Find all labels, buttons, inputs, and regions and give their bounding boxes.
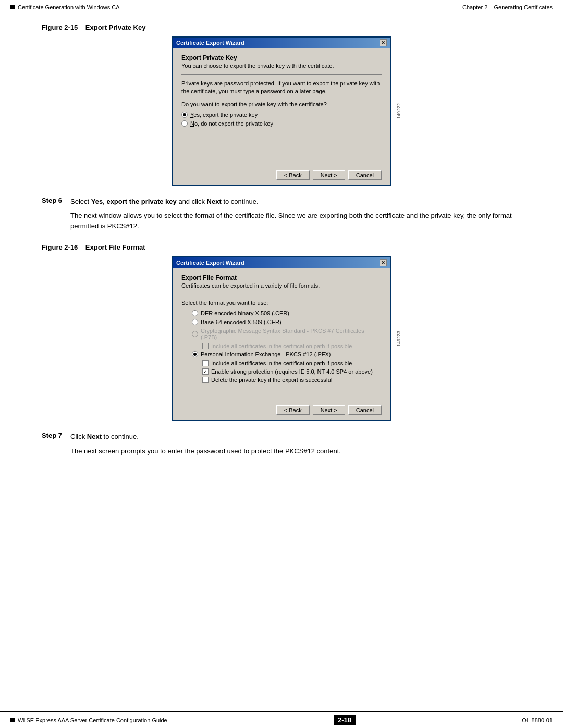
checkbox-delete-icon[interactable] — [202, 377, 209, 383]
checkbox-include-label: Include all certificates in the certific… — [211, 360, 352, 366]
step7-followup: The next screen prompts you to enter the… — [70, 446, 341, 456]
dialog15-question: Do you want to export the private key wi… — [181, 101, 382, 107]
radio-pkcs7[interactable]: Cryptographic Message Syntax Standard - … — [192, 328, 382, 340]
radio-no-icon[interactable] — [181, 120, 188, 127]
step7-text: Click Next to continue. — [70, 431, 341, 442]
page-footer: WLSE Express AAA Server Certificate Conf… — [0, 711, 563, 728]
radio-yes-icon[interactable] — [181, 112, 188, 118]
checkbox-strong-label: Enable strong protection (requires IE 5.… — [211, 368, 373, 375]
dialog15-spacer — [181, 129, 382, 161]
dialog15-body-text: Private keys are password protected. If … — [181, 80, 382, 96]
figure16-annotation: 149223 — [396, 256, 401, 421]
radio-yes-label: Yes, export the private key — [190, 112, 258, 118]
radio-der[interactable]: DER encoded binary X.509 (.CER) — [192, 310, 382, 316]
figure16-dialog-wrapper: Certificate Export Wizard ✕ Export File … — [167, 256, 396, 421]
step6-followup: The next window allows you to select the… — [70, 211, 521, 231]
next16-button[interactable]: Next > — [313, 405, 345, 415]
checkbox-delete-key[interactable]: Delete the private key if the export is … — [202, 377, 382, 383]
dialog16-subtitle: Certificates can be exported in a variet… — [181, 282, 382, 289]
dialog16-section-title: Export File Format — [181, 274, 382, 281]
checkbox-strong-protection[interactable]: Enable strong protection (requires IE 5.… — [202, 368, 382, 375]
figure15-dialog: Certificate Export Wizard ✕ Export Priva… — [172, 36, 391, 186]
dialog15-divider — [181, 74, 382, 75]
radio-pkcs7-icon[interactable] — [192, 331, 198, 337]
radio-pkcs12-label: Personal Information Exchange - PKCS #12… — [201, 351, 331, 357]
figure15-annotation: 149222 — [396, 36, 401, 186]
radio-no-export[interactable]: No, do not export the private key — [181, 120, 382, 127]
radio-der-icon[interactable] — [192, 310, 198, 316]
back16-button[interactable]: < Back — [276, 405, 310, 415]
page-number: 2-18 — [334, 715, 356, 725]
figure15-dialog-wrapper: Certificate Export Wizard ✕ Export Priva… — [167, 36, 396, 186]
dialog15-section-title: Export Private Key — [181, 54, 382, 61]
dialog15-footer: < Back Next > Cancel — [173, 166, 390, 185]
step6-content: Select Yes, export the private key and c… — [70, 196, 521, 236]
close-icon[interactable]: ✕ — [380, 259, 387, 266]
checkbox-delete-label: Delete the private key if the export is … — [211, 377, 332, 383]
radio-base64-label: Base-64 encoded X.509 (.CER) — [201, 319, 282, 325]
footer-bullet-icon — [10, 718, 15, 722]
checkbox-include-enabled[interactable]: Include all certificates in the certific… — [202, 360, 382, 366]
radio-pkcs12[interactable]: Personal Information Exchange - PKCS #12… — [192, 351, 382, 357]
checkbox-include-disabled[interactable]: Include all certificates in the certific… — [202, 343, 382, 349]
footer-left: WLSE Express AAA Server Certificate Conf… — [10, 717, 167, 723]
checkbox-include-disabled-icon[interactable] — [202, 343, 209, 349]
figure16-dialog: Certificate Export Wizard ✕ Export File … — [172, 256, 391, 421]
step7-label: Step 7 — [42, 431, 62, 460]
titlebar-buttons: ✕ — [380, 39, 387, 46]
dialog16-footer: < Back Next > Cancel — [173, 401, 390, 420]
step6-block: Step 6 Select Yes, export the private ke… — [42, 196, 521, 236]
header-breadcrumb: Certificate Generation with Windows CA — [10, 4, 120, 10]
dialog15-body: Export Private Key You can choose to exp… — [173, 48, 390, 166]
dialog16-titlebar: Certificate Export Wizard ✕ — [173, 257, 390, 268]
page-content: Figure 2-15 Export Private Key Certifica… — [0, 13, 563, 479]
radio-der-label: DER encoded binary X.509 (.CER) — [201, 310, 289, 316]
checkbox-include-disabled-label: Include all certificates in the certific… — [211, 343, 352, 349]
step6-label: Step 6 — [42, 196, 62, 236]
page-header: Certificate Generation with Windows CA C… — [0, 0, 563, 13]
radio-pkcs7-label: Cryptographic Message Syntax Standard - … — [201, 328, 382, 340]
figure15-caption: Figure 2-15 Export Private Key — [42, 23, 521, 31]
bullet-icon — [10, 5, 15, 9]
dialog16-divider — [181, 294, 382, 294]
radio-base64[interactable]: Base-64 encoded X.509 (.CER) — [192, 319, 382, 325]
dialog16-spacer — [181, 385, 382, 396]
dialog16-prompt: Select the format you want to use: — [181, 300, 382, 306]
radio-base64-icon[interactable] — [192, 319, 198, 325]
radio-no-label: No, do not export the private key — [190, 120, 273, 127]
radio-pkcs12-icon[interactable] — [192, 351, 198, 357]
cancel16-button[interactable]: Cancel — [348, 405, 382, 415]
dialog15-subtitle: You can choose to export the private key… — [181, 63, 382, 69]
cancel-button[interactable]: Cancel — [348, 170, 382, 180]
header-chapter: Chapter 2 Generating Certificates — [462, 4, 553, 10]
dialog16-body: Export File Format Certificates can be e… — [173, 268, 390, 401]
dialog15-titlebar: Certificate Export Wizard ✕ — [173, 38, 390, 48]
step7-block: Step 7 Click Next to continue. The next … — [42, 431, 521, 460]
footer-doc-number: OL-8880-01 — [522, 717, 553, 723]
back-button[interactable]: < Back — [276, 170, 310, 180]
close-icon[interactable]: ✕ — [380, 39, 387, 46]
figure16-caption: Figure 2-16 Export File Format — [42, 243, 521, 251]
step7-content: Click Next to continue. The next screen … — [70, 431, 341, 460]
checkbox-strong-icon[interactable] — [202, 368, 209, 375]
checkbox-include-icon[interactable] — [202, 360, 209, 366]
step6-text: Select Yes, export the private key and c… — [70, 196, 521, 207]
radio-yes-export[interactable]: Yes, export the private key — [181, 112, 382, 118]
titlebar16-buttons: ✕ — [380, 259, 387, 266]
next-button[interactable]: Next > — [313, 170, 345, 180]
